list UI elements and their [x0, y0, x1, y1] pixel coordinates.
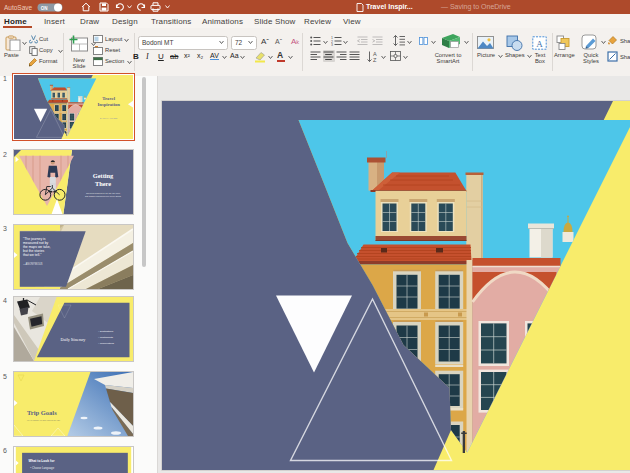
svg-text:that answer questions you neve: that answer questions you never asked: [84, 195, 121, 197]
svg-text:• Choose Language: • Choose Language: [30, 466, 54, 470]
svg-text:– Reservations: – Reservations: [98, 342, 115, 345]
svg-text:– Restaurants: – Restaurants: [98, 336, 114, 339]
svg-text:—ANONYMOUS: —ANONYMOUS: [23, 262, 43, 266]
svg-text:WHAT WE'RE ALL OUT FOR IN TRAV: WHAT WE'RE ALL OUT FOR IN TRAVEL: [27, 419, 60, 421]
svg-text:Trip Goals: Trip Goals: [27, 409, 57, 416]
svg-text:What to Look for: What to Look for: [28, 458, 55, 462]
svg-text:The best journeys in life are: The best journeys in life are the ones: [85, 192, 119, 194]
svg-text:3: 3: [331, 43, 333, 46]
svg-text:There: There: [94, 180, 110, 187]
svg-text:A: A: [536, 38, 543, 48]
svg-text:Z: Z: [373, 56, 377, 62]
svg-text:Daily Itinerary: Daily Itinerary: [60, 337, 86, 342]
svg-text:Getting: Getting: [92, 172, 113, 179]
svg-text:that we tell.": that we tell.": [23, 253, 42, 257]
svg-text:– Destinations: – Destinations: [98, 330, 114, 333]
svg-text:ON: ON: [41, 5, 48, 10]
